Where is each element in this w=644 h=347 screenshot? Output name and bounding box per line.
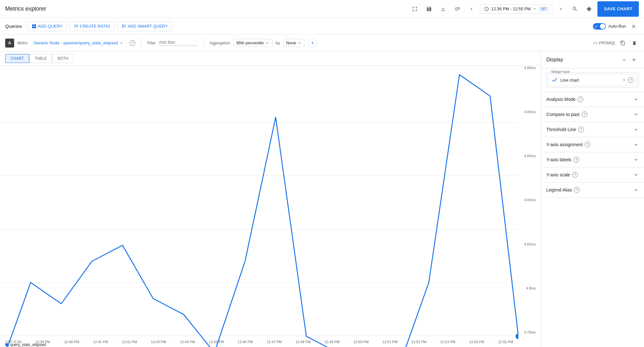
analysis-mode-header[interactable]: Analysis Mode ? xyxy=(541,92,644,107)
metric-dropdown-icon xyxy=(119,41,124,45)
y-axis-scale-section: Y-axis scale ? xyxy=(541,167,644,182)
add-metric-btn[interactable]: + xyxy=(308,39,317,48)
add-query-button[interactable]: ADD QUERY xyxy=(27,22,67,31)
tab-chart[interactable]: CHART xyxy=(5,54,29,63)
none-value: None xyxy=(286,40,296,45)
chart-legend: query_stats_elapsed xyxy=(5,343,46,347)
save-icon xyxy=(426,6,432,12)
download-icon xyxy=(440,6,446,12)
analysis-mode-help[interactable]: ? xyxy=(577,96,583,102)
legend-alias-header[interactable]: Legend Alias ? xyxy=(541,182,644,197)
analysis-mode-chevron xyxy=(633,96,639,102)
none-select[interactable]: None xyxy=(283,39,305,47)
zoom-icon xyxy=(572,6,578,12)
promql-code-icon xyxy=(593,41,598,45)
auto-run-container: Auto-Run xyxy=(593,23,626,30)
display-expand-btn[interactable] xyxy=(620,55,629,64)
x-label-8: 12:46 PM xyxy=(238,340,253,344)
delete-query-btn[interactable] xyxy=(630,39,639,48)
compare-to-past-header[interactable]: Compare to past ? xyxy=(541,107,644,122)
x-label-15: 12:53 PM xyxy=(440,340,455,344)
y-axis-scale-title: Y-axis scale ? xyxy=(546,172,578,178)
y-axis-scale-header[interactable]: Y-axis scale ? xyxy=(541,167,644,182)
aggregation-dropdown-icon xyxy=(265,41,270,45)
copy-query-btn[interactable] xyxy=(618,39,627,48)
y-label-1: 4.84ms xyxy=(524,110,536,114)
widget-type-select[interactable]: Line chart ? xyxy=(548,74,637,86)
display-title: Display xyxy=(546,57,563,63)
fullscreen-icon-btn[interactable] xyxy=(409,3,421,15)
x-label-17: 12:55 PM xyxy=(498,340,513,344)
promql-btn[interactable]: PROMQL xyxy=(593,41,616,45)
y-label-2: 4.83ms xyxy=(524,154,536,158)
collapse-queries-btn[interactable] xyxy=(629,21,639,31)
y-axis-labels-chevron xyxy=(633,157,639,163)
query-row: A Metric Generic Node - spanner/query_st… xyxy=(0,35,644,51)
checkmark-icon xyxy=(594,24,598,29)
tab-table[interactable]: TABLE xyxy=(29,54,52,63)
app-header: Metrics explorer 12:36 PM xyxy=(0,0,644,18)
promql-label: PROMQL xyxy=(599,41,616,45)
display-close-btn[interactable] xyxy=(630,55,639,64)
save-icon-btn[interactable] xyxy=(423,3,435,15)
filter-container xyxy=(159,40,198,46)
metric-value-text: Generic Node - spanner/query_stats_elaps… xyxy=(34,40,118,45)
right-panel: Display Widget type xyxy=(541,51,644,347)
filter-label: Filter xyxy=(147,41,156,45)
next-time-btn[interactable] xyxy=(555,3,567,15)
metric-value-btn[interactable]: Generic Node - spanner/query_stats_elaps… xyxy=(31,39,126,47)
line-chart-icon xyxy=(551,77,558,83)
widget-type-section: Widget type Line chart ? xyxy=(541,68,644,92)
x-label-3: 12:41 PM xyxy=(93,340,108,344)
y-axis-assignment-help[interactable]: ? xyxy=(585,142,590,147)
prev-time-btn[interactable] xyxy=(466,3,477,15)
display-header: Display xyxy=(541,51,644,68)
aggregation-select[interactable]: 95th percentile xyxy=(233,39,272,47)
aggregation-label: Aggregation xyxy=(210,41,230,45)
y-axis-labels-section: Y-axis labels ? xyxy=(541,152,644,167)
query-right-actions: PROMQL xyxy=(593,39,639,48)
expand-icon xyxy=(622,57,627,62)
x-label-16: 12:54 PM xyxy=(469,340,484,344)
link-icon-btn[interactable] xyxy=(452,3,463,15)
svg-point-7 xyxy=(515,334,518,339)
widget-type-help-icon[interactable]: ? xyxy=(628,77,634,83)
timezone-badge: IST xyxy=(539,6,548,12)
save-chart-button[interactable]: SAVE CHART xyxy=(597,1,639,17)
x-label-11: 12:49 PM xyxy=(325,340,340,344)
zoom-icon-btn[interactable] xyxy=(569,3,581,15)
threshold-line-title: Threshold Line ? xyxy=(546,127,584,132)
x-axis-labels: UTC+5:30 12:39 PM 12:40 PM 12:41 PM 12:4… xyxy=(0,340,518,344)
y-axis-labels-title: Y-axis labels ? xyxy=(546,157,579,163)
tab-both[interactable]: BOTH xyxy=(52,54,74,63)
compare-to-past-help[interactable]: ? xyxy=(582,111,587,117)
add-smart-query-button[interactable]: ADD SMART QUERY xyxy=(117,22,172,31)
create-ratio-button[interactable]: CREATE RATIO xyxy=(69,22,114,31)
legend-alias-help[interactable]: ? xyxy=(574,187,580,193)
metric-help-icon[interactable]: ? xyxy=(130,40,135,46)
time-range-btn[interactable]: 12:36 PM - 12:55 PM IST xyxy=(480,4,552,14)
filter-input[interactable] xyxy=(159,40,198,45)
y-axis-scale-help[interactable]: ? xyxy=(572,172,578,178)
auto-run-label: Auto-Run xyxy=(608,24,626,29)
widget-type-value: Line chart xyxy=(560,78,579,83)
auto-run-toggle[interactable] xyxy=(593,23,606,30)
y-label-4: 4.81ms xyxy=(524,242,536,246)
y-axis-labels-header[interactable]: Y-axis labels ? xyxy=(541,152,644,167)
time-range-label: 12:36 PM - 12:55 PM xyxy=(491,6,531,11)
download-icon-btn[interactable] xyxy=(437,3,449,15)
by-label: by xyxy=(276,40,280,45)
y-axis-labels-help[interactable]: ? xyxy=(573,157,579,163)
aggregation-value: 95th percentile xyxy=(236,40,264,45)
x-label-6: 12:44 PM xyxy=(180,340,195,344)
x-label-7: 12:45 PM xyxy=(209,340,224,344)
y-axis-assignment-chevron xyxy=(633,142,639,147)
crosshair-icon xyxy=(586,6,592,12)
threshold-line-help[interactable]: ? xyxy=(578,127,584,132)
x-label-4: 12:42 PM xyxy=(122,340,137,344)
y-axis-assignment-header[interactable]: Y-axis assignment ? xyxy=(541,137,644,152)
create-ratio-icon xyxy=(74,24,79,29)
none-dropdown-icon xyxy=(297,41,302,45)
threshold-line-header[interactable]: Threshold Line ? xyxy=(541,122,644,137)
settings-icon-btn[interactable] xyxy=(583,3,595,15)
